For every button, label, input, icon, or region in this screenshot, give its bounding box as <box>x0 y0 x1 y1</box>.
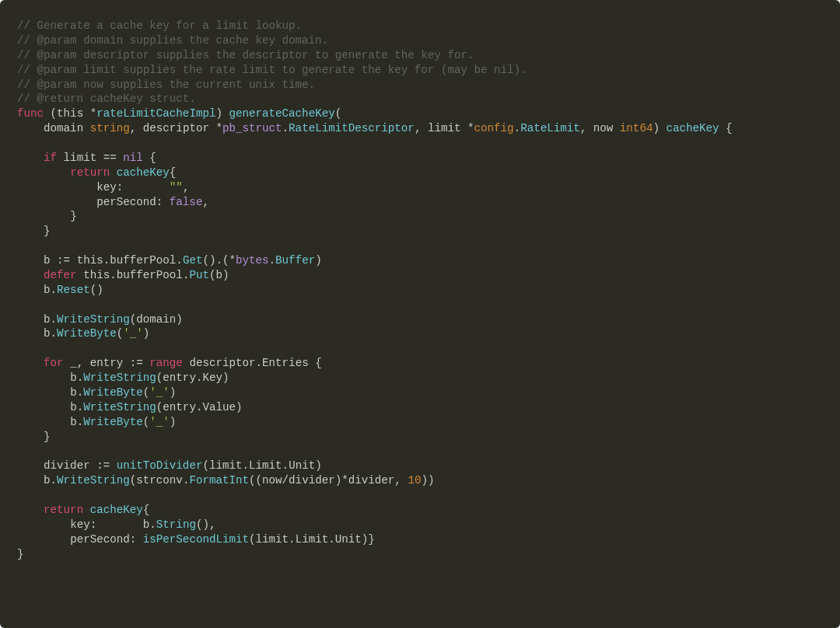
kw-func: func <box>17 107 44 120</box>
lit-underscore-rune: '_' <box>123 327 143 340</box>
type-RateLimit: RateLimit <box>520 122 580 134</box>
pkg-config: config <box>474 122 514 134</box>
id-entry: entry <box>90 357 124 369</box>
pkg-bytes: bytes <box>236 254 269 267</box>
type-int64: int64 <box>620 122 653 134</box>
lit-ten: 10 <box>408 474 421 487</box>
fn-generateCacheKey: generateCacheKey <box>229 107 334 120</box>
type-rateLimitCacheImpl: rateLimitCacheImpl <box>96 107 215 120</box>
id-descriptor: descriptor <box>143 122 209 134</box>
type-cacheKey: cacheKey <box>666 122 719 134</box>
id-limit: limit <box>428 122 461 134</box>
kw-range: range <box>149 357 183 369</box>
type-RateLimitDescriptor: RateLimitDescriptor <box>289 122 415 134</box>
field-perSecond: perSecond <box>96 196 156 208</box>
kw-for: for <box>44 357 64 369</box>
comment-line: // Generate a cache key for a limit look… <box>17 19 302 32</box>
fn-isPerSecondLimit: isPerSecondLimit <box>143 533 249 546</box>
lit-empty-string: "" <box>170 181 183 194</box>
comment-line: // @param descriptor supplies the descri… <box>17 49 474 61</box>
kw-return: return <box>70 166 110 179</box>
id-this: this <box>57 107 83 120</box>
comment-line: // @param domain supplies the cache key … <box>17 34 328 47</box>
type-Buffer: Buffer <box>275 254 315 267</box>
id-now: now <box>593 122 614 134</box>
kw-defer: defer <box>44 269 77 281</box>
id-b: b <box>44 254 51 267</box>
comment-line: // @param now supplies the current unix … <box>17 78 315 91</box>
field-key: key <box>96 181 117 194</box>
lit-nil: nil <box>123 152 143 164</box>
kw-if: if <box>44 152 57 164</box>
comment-line: // @return cacheKey struct. <box>17 92 196 105</box>
id-domain: domain <box>44 122 83 134</box>
id-divider: divider <box>44 459 90 472</box>
code-block: // Generate a cache key for a limit look… <box>0 0 840 628</box>
lit-false: false <box>170 196 203 208</box>
fn-unitToDivider: unitToDivider <box>117 459 203 472</box>
comment-line: // @param limit supplies the rate limit … <box>17 64 527 76</box>
type-string: string <box>90 122 130 134</box>
pkg-pb_struct: pb_struct <box>222 122 282 134</box>
